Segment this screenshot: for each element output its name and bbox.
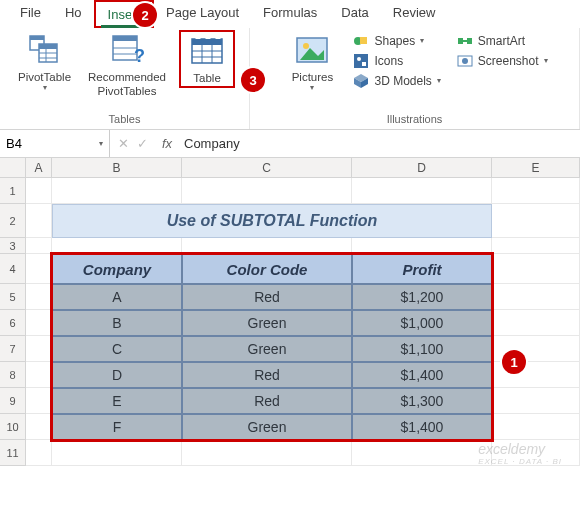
- chevron-down-icon: ▾: [43, 83, 47, 92]
- select-all-corner[interactable]: [0, 158, 26, 178]
- smartart-icon: [457, 33, 473, 49]
- formula-bar-row: B4 ▾ ✕ ✓ fx Company: [0, 130, 580, 158]
- svg-marker-14: [195, 36, 201, 39]
- shapes-label: Shapes: [374, 34, 415, 48]
- row-header[interactable]: 10: [0, 414, 26, 440]
- chevron-down-icon: ▾: [437, 76, 441, 85]
- callout-3: 3: [241, 68, 265, 92]
- cube-icon: [353, 73, 369, 89]
- table-header-profit[interactable]: Profit: [352, 254, 492, 284]
- table-row[interactable]: Red: [182, 362, 352, 388]
- ribbon: PivotTable ▾ ? Recommended PivotTables T…: [0, 28, 580, 130]
- row-header[interactable]: 6: [0, 310, 26, 336]
- svg-point-22: [303, 43, 309, 49]
- table-row[interactable]: $1,100: [352, 336, 492, 362]
- table-row[interactable]: $1,200: [352, 284, 492, 310]
- svg-marker-15: [205, 36, 211, 39]
- col-header-D[interactable]: D: [352, 158, 492, 177]
- table-row[interactable]: $1,300: [352, 388, 492, 414]
- table-row[interactable]: A: [52, 284, 182, 310]
- cancel-icon[interactable]: ✕: [118, 136, 129, 151]
- col-header-A[interactable]: A: [26, 158, 52, 177]
- table-row[interactable]: C: [52, 336, 182, 362]
- icons-button[interactable]: Icons: [350, 52, 443, 70]
- menu-page-layout[interactable]: Page Layout: [154, 0, 251, 28]
- screenshot-button[interactable]: Screenshot ▾: [454, 52, 551, 70]
- shapes-icon: [353, 33, 369, 49]
- table-row[interactable]: B: [52, 310, 182, 336]
- table-button[interactable]: Table: [179, 30, 235, 88]
- col-header-E[interactable]: E: [492, 158, 580, 177]
- svg-rect-3: [39, 44, 57, 49]
- row-header[interactable]: 7: [0, 336, 26, 362]
- table-row[interactable]: Red: [182, 388, 352, 414]
- pivottable-icon: [27, 32, 63, 68]
- pivottable-button[interactable]: PivotTable ▾: [14, 30, 75, 94]
- svg-marker-16: [215, 36, 221, 39]
- row-header[interactable]: 5: [0, 284, 26, 310]
- chevron-down-icon: ▾: [420, 36, 424, 45]
- svg-rect-25: [360, 37, 367, 44]
- menu-review[interactable]: Review: [381, 0, 448, 28]
- row-header[interactable]: 1: [0, 178, 26, 204]
- table-row[interactable]: Green: [182, 414, 352, 440]
- table-row[interactable]: Red: [182, 284, 352, 310]
- worksheet[interactable]: A B C D E 1 2 Use of SUBTOTAL Function 3…: [0, 158, 580, 466]
- menu-formulas[interactable]: Formulas: [251, 0, 329, 28]
- callout-1: 1: [502, 350, 526, 374]
- recommended-pivot-label: Recommended PivotTables: [88, 70, 166, 99]
- table-row[interactable]: $1,400: [352, 414, 492, 440]
- table-row[interactable]: $1,400: [352, 362, 492, 388]
- table-row[interactable]: Green: [182, 336, 352, 362]
- shapes-button[interactable]: Shapes ▾: [350, 32, 443, 50]
- illustrations-group-label: Illustrations: [256, 111, 573, 129]
- pictures-button[interactable]: Pictures ▾: [284, 30, 340, 94]
- table-row[interactable]: $1,000: [352, 310, 492, 336]
- smartart-button[interactable]: SmartArt: [454, 32, 551, 50]
- 3d-models-button[interactable]: 3D Models ▾: [350, 72, 443, 90]
- row-header[interactable]: 8: [0, 362, 26, 388]
- callout-2: 2: [133, 3, 157, 27]
- icons-label: Icons: [374, 54, 403, 68]
- col-header-C[interactable]: C: [182, 158, 352, 177]
- row-header[interactable]: 3: [0, 238, 26, 254]
- smartart-label: SmartArt: [478, 34, 525, 48]
- title-cell[interactable]: Use of SUBTOTAL Function: [52, 204, 492, 238]
- table-header-company[interactable]: Company: [52, 254, 182, 284]
- table-header-color[interactable]: Color Code: [182, 254, 352, 284]
- screenshot-icon: [457, 53, 473, 69]
- table-label: Table: [193, 71, 221, 85]
- enter-icon[interactable]: ✓: [137, 136, 148, 151]
- fx-buttons: ✕ ✓: [110, 136, 156, 151]
- row-header[interactable]: 2: [0, 204, 26, 238]
- tables-group-label: Tables: [6, 111, 243, 129]
- 3d-models-label: 3D Models: [374, 74, 431, 88]
- formula-bar[interactable]: Company: [178, 136, 580, 151]
- icons-icon: [353, 53, 369, 69]
- svg-rect-8: [113, 36, 137, 41]
- fx-icon[interactable]: fx: [156, 136, 178, 151]
- row-header[interactable]: 4: [0, 254, 26, 284]
- table-icon: [189, 33, 225, 69]
- row-header[interactable]: 11: [0, 440, 26, 466]
- name-box[interactable]: B4 ▾: [0, 130, 110, 157]
- menu-home[interactable]: Ho: [53, 0, 94, 28]
- screenshot-label: Screenshot: [478, 54, 539, 68]
- chevron-down-icon: ▾: [99, 139, 103, 148]
- recommended-pivot-button[interactable]: ? Recommended PivotTables: [77, 30, 177, 101]
- chevron-down-icon: ▾: [544, 56, 548, 65]
- row-header[interactable]: 9: [0, 388, 26, 414]
- col-header-B[interactable]: B: [52, 158, 182, 177]
- menu-data[interactable]: Data: [329, 0, 380, 28]
- chevron-down-icon: ▾: [310, 83, 314, 92]
- recommended-pivot-icon: ?: [109, 32, 145, 68]
- menu-file[interactable]: File: [8, 0, 53, 28]
- table-row[interactable]: E: [52, 388, 182, 414]
- svg-text:?: ?: [134, 46, 145, 66]
- svg-rect-33: [467, 38, 472, 44]
- table-row[interactable]: D: [52, 362, 182, 388]
- table-row[interactable]: Green: [182, 310, 352, 336]
- pictures-icon: [294, 32, 330, 68]
- svg-point-35: [462, 58, 468, 64]
- table-row[interactable]: F: [52, 414, 182, 440]
